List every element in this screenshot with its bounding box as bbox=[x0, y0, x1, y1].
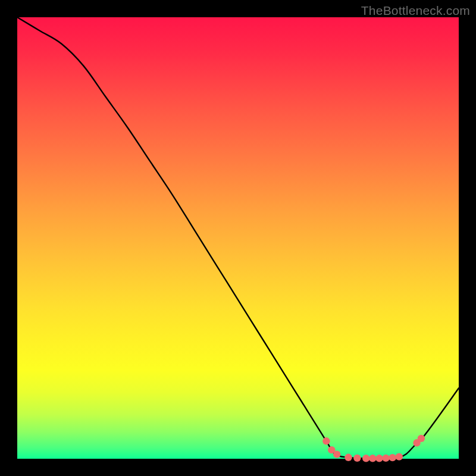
marker-dot bbox=[382, 455, 389, 462]
marker-dot bbox=[396, 453, 403, 460]
marker-dot bbox=[322, 437, 330, 444]
marker-dot bbox=[369, 455, 376, 462]
watermark-text: TheBottleneck.com bbox=[361, 4, 470, 18]
marker-dot bbox=[333, 450, 340, 458]
plot-area bbox=[17, 17, 459, 459]
marker-dot bbox=[389, 454, 396, 461]
marker-dot bbox=[418, 435, 425, 442]
marker-dot bbox=[345, 454, 352, 461]
chart-canvas: TheBottleneck.com bbox=[0, 0, 476, 476]
highlight-dots bbox=[322, 435, 425, 462]
marker-dot bbox=[353, 455, 361, 462]
bottleneck-curve bbox=[17, 17, 459, 458]
marker-dot bbox=[362, 455, 369, 462]
marker-dot bbox=[375, 455, 383, 462]
chart-svg bbox=[17, 17, 459, 459]
